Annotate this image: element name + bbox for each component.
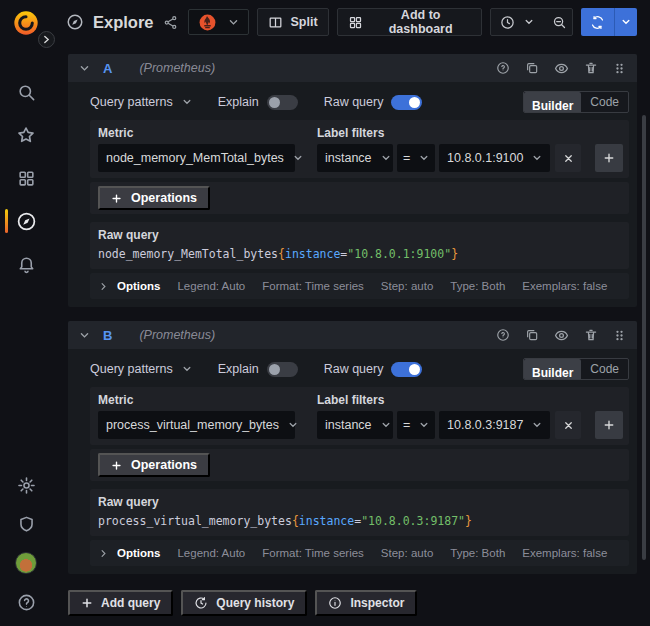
sidebar-item-explore[interactable]: [0, 211, 52, 231]
remove-filter-button[interactable]: [555, 411, 581, 439]
option-format: Format: Time series: [262, 280, 364, 292]
label-filters-field: Label filters instance =: [317, 393, 623, 439]
share-icon[interactable]: [163, 15, 178, 30]
promql-expression: process_virtual_memory_bytes{instance="1…: [98, 514, 621, 528]
sidebar-item-configuration[interactable]: [0, 475, 52, 495]
plus-icon: [111, 460, 122, 471]
raw-query-toggle[interactable]: [391, 362, 422, 377]
chevron-right-icon: [99, 282, 108, 291]
filter-operator-value: =: [403, 418, 410, 432]
collapse-chevron-icon[interactable]: [79, 330, 90, 341]
metric-value: node_memory_MemTotal_bytes: [106, 151, 284, 165]
sync-icon: [590, 15, 605, 30]
explain-toggle[interactable]: [267, 362, 298, 377]
sidebar-item-starred[interactable]: [0, 125, 52, 145]
query-history-button[interactable]: Query history: [181, 590, 307, 616]
option-step: Step: auto: [381, 280, 433, 292]
toggle-visibility-eye-icon[interactable]: [554, 328, 569, 343]
split-button[interactable]: Split: [257, 8, 329, 36]
raw-query-title: Raw query: [98, 228, 621, 242]
sidebar-item-alerting[interactable]: [0, 254, 52, 274]
options-toggle[interactable]: Options: [99, 280, 160, 292]
toggle-knob: [269, 97, 280, 108]
chevron-down-icon: [293, 153, 303, 163]
datasource-picker[interactable]: [188, 9, 249, 35]
add-query-button[interactable]: Add query: [68, 590, 173, 616]
inspector-button[interactable]: Inspector: [315, 590, 417, 616]
query-patterns-dropdown[interactable]: Query patterns: [90, 362, 192, 376]
code-tab[interactable]: Code: [581, 359, 628, 379]
operations-button[interactable]: Operations: [98, 453, 210, 477]
label-filter-row: instance =: [317, 411, 623, 439]
secondary-actions-row: Add query Query history Inspector: [68, 590, 637, 616]
query-help-icon[interactable]: [496, 61, 510, 75]
user-avatar[interactable]: [0, 553, 52, 573]
metric-select[interactable]: node_memory_MemTotal_bytes: [98, 144, 295, 172]
delete-query-trash-icon[interactable]: [584, 328, 598, 342]
query-patterns-dropdown[interactable]: Query patterns: [90, 95, 192, 109]
refresh-button[interactable]: [581, 8, 614, 36]
add-filter-button[interactable]: [595, 411, 623, 439]
sidebar-item-server-admin[interactable]: [0, 514, 52, 534]
remove-filter-button[interactable]: [555, 144, 581, 172]
sidebar-item-dashboards[interactable]: [0, 168, 52, 188]
option-step: Step: auto: [381, 547, 433, 559]
run-query-split-button: [581, 8, 637, 36]
promql-close-brace: }: [451, 247, 458, 261]
drag-handle-icon[interactable]: [613, 329, 626, 342]
options-toggle[interactable]: Options: [99, 547, 160, 559]
query-row-header: B (Prometheus): [68, 321, 637, 349]
toggle-knob: [409, 97, 420, 108]
grafana-logo[interactable]: [12, 9, 40, 37]
filter-value-select[interactable]: 10.8.0.3:9187: [439, 411, 550, 439]
add-to-dashboard-button[interactable]: Add to dashboard: [337, 8, 482, 36]
code-tab[interactable]: Code: [581, 92, 628, 112]
sidebar-item-search[interactable]: [0, 82, 52, 102]
query-help-icon[interactable]: [496, 328, 510, 342]
chevron-down-icon: [532, 420, 542, 430]
split-icon: [268, 15, 283, 30]
filter-key-value: instance: [325, 151, 372, 165]
duplicate-query-icon[interactable]: [525, 328, 539, 342]
time-picker-button[interactable]: [491, 9, 543, 35]
explain-toggle[interactable]: [267, 95, 298, 110]
raw-query-toggle[interactable]: [391, 95, 422, 110]
collapse-chevron-icon[interactable]: [79, 63, 90, 74]
operations-button[interactable]: Operations: [98, 186, 210, 210]
sidebar-expand-button[interactable]: [38, 31, 55, 48]
builder-tab[interactable]: Builder: [524, 359, 581, 380]
query-patterns-label: Query patterns: [90, 362, 173, 376]
filter-key-value: instance: [325, 418, 372, 432]
query-row-actions: [496, 61, 626, 76]
filter-key-select[interactable]: instance: [317, 411, 393, 439]
metric-select[interactable]: process_virtual_memory_bytes: [98, 411, 295, 439]
metric-value: process_virtual_memory_bytes: [106, 418, 279, 432]
query-editor-row: B (Prometheus): [68, 321, 637, 574]
scrollbar-thumb[interactable]: [642, 115, 646, 560]
delete-query-trash-icon[interactable]: [584, 61, 598, 75]
sidebar-item-help[interactable]: [0, 592, 52, 612]
operations-panel: Operations: [90, 449, 629, 481]
filter-key-select[interactable]: instance: [317, 144, 393, 172]
metric-field: Metric process_virtual_memory_bytes: [98, 393, 295, 439]
chevron-down-icon: [381, 153, 391, 163]
duplicate-query-icon[interactable]: [525, 61, 539, 75]
prometheus-icon: [198, 13, 217, 32]
add-filter-button[interactable]: [595, 144, 623, 172]
filter-operator-select[interactable]: =: [397, 144, 435, 172]
zoom-out-button[interactable]: [543, 9, 573, 35]
chevron-down-icon: [621, 17, 631, 27]
option-exemplars: Exemplars: false: [522, 547, 607, 559]
filter-operator-select[interactable]: =: [397, 411, 435, 439]
metric-label: Metric: [98, 393, 295, 407]
drag-handle-icon[interactable]: [613, 62, 626, 75]
toggle-visibility-eye-icon[interactable]: [554, 61, 569, 76]
raw-query-label: Raw query: [324, 362, 384, 376]
refresh-interval-dropdown[interactable]: [615, 8, 637, 36]
chevron-down-icon: [381, 420, 391, 430]
chevron-right-icon: [99, 549, 108, 558]
datasource-name: (Prometheus): [139, 328, 215, 342]
builder-tab[interactable]: Builder: [524, 92, 581, 113]
option-type: Type: Both: [450, 547, 505, 559]
filter-value-select[interactable]: 10.8.0.1:9100: [439, 144, 550, 172]
